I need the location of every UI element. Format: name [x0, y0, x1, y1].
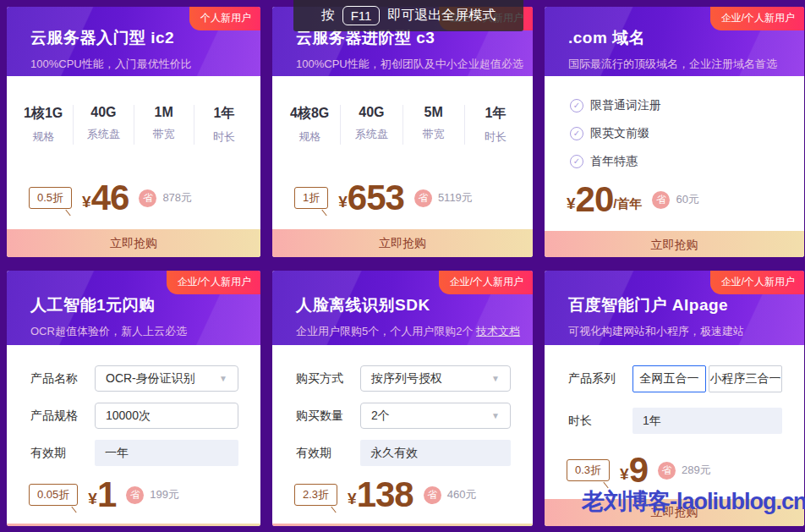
check-circle-icon: ✓ — [570, 155, 583, 168]
toast-suffix: 即可退出全屏模式 — [387, 7, 496, 25]
spec-value: 4核8G — [279, 105, 340, 123]
price-row: 2.3折 ¥ 138 省 460元 — [272, 477, 533, 513]
buy-now-button[interactable]: 立即抢购 — [272, 229, 533, 257]
card-ai-flash-sale: 企业/个人新用户 人工智能1元闪购 OCR超值体验价，新人上云必选 产品名称 O… — [7, 271, 260, 526]
card-subtitle: 100%CPU性能，初创团队及中小企业超值必选 — [296, 57, 516, 72]
feature-item: ✓首年特惠 — [570, 154, 804, 169]
product-spec-input[interactable]: 10000次 — [95, 403, 238, 429]
check-circle-icon: ✓ — [570, 127, 583, 140]
discount-tag: 0.5折 — [29, 187, 72, 209]
save-amount: 60元 — [676, 192, 698, 207]
card-cloud-server-ic2: 个人新用户 云服务器入门型 ic2 100%CPU性能，入门最优性价比 1核1G… — [7, 7, 260, 257]
purchase-method-select[interactable]: 按序列号授权 ▼ — [360, 365, 511, 392]
spec-row: 4核8G规格 40G系统盘 5M带宽 1年时长 — [272, 105, 533, 145]
spec-label: 系统盘 — [74, 127, 133, 142]
price-row: ¥ 20 /首年 省 60元 — [545, 182, 804, 217]
product-name-select[interactable]: OCR-身份证识别 ▼ — [95, 365, 238, 392]
product-series-toggle: 全网五合一 小程序三合一 — [632, 365, 782, 392]
card-subtitle: 100%CPU性能，入门最优性价比 — [30, 57, 244, 72]
card-title: 人工智能1元闪购 — [30, 294, 244, 316]
spec-value: 5M — [403, 105, 464, 120]
feature-list: ✓限普通词注册 ✓限英文前缀 ✓首年特惠 — [570, 98, 804, 182]
chevron-down-icon: ▼ — [219, 374, 227, 383]
spec-label: 时长 — [465, 129, 526, 145]
discount-tag: 0.3折 — [567, 459, 610, 481]
validity-field: 永久有效 — [360, 440, 511, 466]
price-row: 1折 ¥ 653 省 5119元 — [272, 180, 533, 216]
save-icon: 省 — [658, 462, 676, 480]
form-label: 时长 — [568, 414, 632, 429]
f11-key-badge: F11 — [342, 6, 381, 25]
form-label: 产品系列 — [568, 371, 632, 387]
card-header: 企业/个人新用户 百度智能门户 AIpage 可视化构建网站和小程序，极速建站 — [545, 271, 804, 345]
validity-field: 一年 — [95, 440, 238, 466]
price-period: /首年 — [613, 196, 642, 212]
promo-card-grid: 个人新用户 云服务器入门型 ic2 100%CPU性能，入门最优性价比 1核1G… — [7, 7, 804, 526]
form-label: 产品规格 — [30, 409, 95, 424]
site-watermark: 老刘博客-laoliublog.cn — [582, 486, 805, 517]
save-amount: 289元 — [682, 463, 711, 478]
feature-text: 首年特惠 — [590, 154, 638, 169]
purchase-form: 产品名称 OCR-身份证识别 ▼ 产品规格 10000次 有效期 一年 — [7, 365, 260, 477]
spec-row: 1核1G规格 40G系统盘 1M带宽 1年时长 — [7, 105, 260, 145]
spec-label: 带宽 — [134, 127, 194, 142]
input-value: 10000次 — [106, 409, 151, 424]
spec-label: 系统盘 — [341, 127, 402, 142]
select-value: 2个 — [371, 409, 390, 424]
purchase-form: 产品系列 全网五合一 小程序三合一 时长 1年 — [545, 365, 804, 445]
card-title: 百度智能门户 AIpage — [568, 294, 787, 316]
spec-value: 40G — [341, 105, 402, 120]
spec-label: 规格 — [279, 129, 340, 145]
discount-tag: 2.3折 — [294, 484, 337, 506]
series-option-selected[interactable]: 全网五合一 — [632, 365, 706, 392]
select-value: 按序列号授权 — [371, 371, 442, 387]
currency-symbol: ¥ — [567, 195, 576, 213]
toast-prefix: 按 — [321, 7, 335, 25]
card-com-domain: 企业/个人新用户 .com 域名 国际最流行的顶级域名，企业注册域名首选 ✓限普… — [545, 7, 804, 257]
duration-field: 1年 — [632, 408, 782, 434]
field-value: 一年 — [105, 446, 129, 461]
purchase-form: 购买方式 按序列号授权 ▼ 购买数量 2个 ▼ 有效期 永 — [272, 365, 533, 477]
save-icon: 省 — [424, 486, 441, 504]
buy-now-button[interactable]: 立即抢购 — [545, 231, 804, 257]
feature-text: 限英文前缀 — [590, 126, 649, 141]
price-value: 20 — [576, 182, 614, 217]
card-subtitle: OCR超值体验价，新人上云必选 — [30, 324, 244, 339]
save-icon: 省 — [652, 191, 670, 209]
quantity-select[interactable]: 2个 ▼ — [360, 403, 511, 429]
currency-symbol: ¥ — [620, 465, 629, 484]
card-header: 个人新用户 云服务器入门型 ic2 100%CPU性能，入门最优性价比 — [7, 7, 260, 76]
currency-symbol: ¥ — [348, 490, 357, 508]
discount-tag: 1折 — [294, 187, 328, 209]
save-amount: 199元 — [150, 487, 179, 502]
price-row: 0.3折 ¥ 9 省 289元 — [545, 452, 804, 488]
buy-now-button[interactable]: 立即抢购 — [7, 229, 260, 257]
save-amount: 460元 — [447, 487, 477, 502]
feature-item: ✓限普通词注册 — [570, 98, 804, 113]
card-subtitle: 企业用户限购5个，个人用户限购2个 技术文档 — [296, 324, 516, 339]
field-value: 1年 — [643, 414, 661, 429]
check-circle-icon: ✓ — [570, 99, 583, 112]
select-value: OCR-身份证识别 — [106, 371, 195, 387]
spec-label: 带宽 — [403, 127, 464, 142]
tech-doc-link[interactable]: 技术文档 — [476, 325, 520, 337]
spec-value: 1M — [134, 105, 194, 120]
spec-label: 规格 — [14, 129, 73, 145]
field-value: 永久有效 — [370, 446, 418, 461]
save-amount: 878元 — [162, 190, 192, 206]
buy-now-button[interactable]: 立即抢购 — [7, 524, 260, 526]
buy-now-button[interactable]: 立即抢购 — [272, 524, 533, 526]
chevron-down-icon: ▼ — [491, 374, 500, 383]
card-header: 企业/个人新用户 .com 域名 国际最流行的顶级域名，企业注册域名首选 — [545, 7, 804, 76]
user-type-badge: 个人新用户 — [189, 7, 260, 30]
spec-value: 1年 — [465, 105, 526, 123]
card-subtitle: 国际最流行的顶级域名，企业注册域名首选 — [568, 57, 787, 72]
user-type-badge: 企业/个人新用户 — [710, 7, 804, 30]
card-title: 人脸离线识别SDK — [296, 294, 516, 316]
card-subtitle: 可视化构建网站和小程序，极速建站 — [568, 324, 787, 339]
series-option[interactable]: 小程序三合一 — [709, 365, 782, 392]
user-type-badge: 企业/个人新用户 — [439, 271, 533, 294]
spec-value: 40G — [74, 105, 133, 120]
fullscreen-exit-toast: 按 F11 即可退出全屏模式 — [293, 0, 523, 31]
price-value: 1 — [97, 477, 116, 513]
